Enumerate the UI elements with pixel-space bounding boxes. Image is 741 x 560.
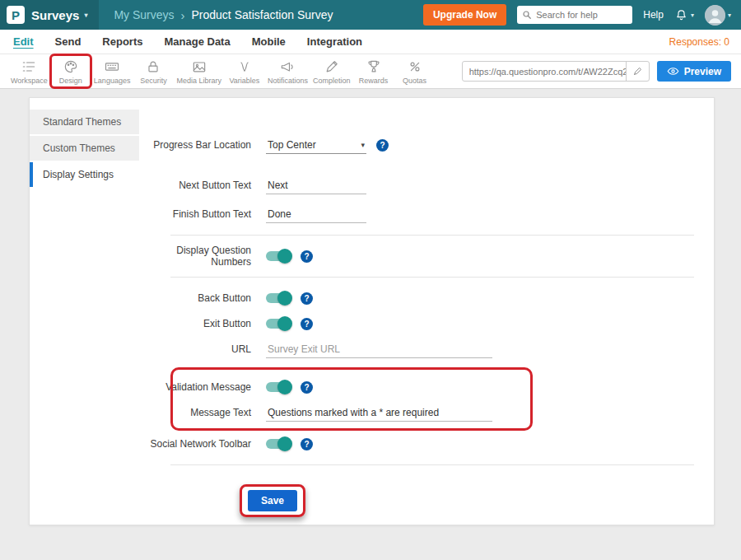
help-icon[interactable]: ? [301,292,313,305]
tool-design[interactable]: Design [50,58,91,85]
chevron-down-icon: ▾ [361,141,365,149]
chevron-down-icon: ▾ [691,12,694,19]
tool-rewards[interactable]: Rewards [353,58,394,85]
account-menu[interactable]: ▾ [705,5,731,26]
divider [170,235,694,236]
save-button[interactable]: Save [248,490,297,511]
pencil-icon [632,66,643,77]
divider [170,277,694,278]
message-text-input[interactable] [266,404,492,422]
tab-edit[interactable]: Edit [13,35,34,48]
tool-workspace[interactable]: Workspace [8,58,50,85]
product-switcher[interactable]: Surveys ▾ [31,8,87,22]
tool-notifications[interactable]: Notifications [265,58,310,85]
lock-icon [145,58,161,75]
megaphone-icon [279,58,296,75]
sidebar-item-display-settings[interactable]: Display Settings [30,162,139,187]
toggle-knob [277,316,292,331]
survey-url-box[interactable]: https://qa.questionpro.com/t/AW22Zcq2J [462,61,650,82]
help-link[interactable]: Help [643,9,664,21]
tool-media-library[interactable]: Media Library [174,58,224,85]
upgrade-now-button[interactable]: Upgrade Now [423,4,506,26]
social-network-toolbar-row: Social Network Toolbar ? [139,433,704,455]
topbar: P Surveys ▾ My Surveys › Product Satisfa… [0,0,741,30]
breadcrumb-separator: › [181,8,185,22]
back-button-toggle[interactable] [266,293,291,303]
next-button-text-input[interactable] [266,177,366,194]
logo-letter: P [12,8,20,22]
help-icon[interactable]: ? [301,318,313,330]
display-settings-form: Progress Bar Location Top Center ▾ ? Nex… [139,98,714,525]
next-button-text-row: Next Button Text [139,175,704,196]
exit-url-input[interactable] [266,341,492,358]
exit-button-row: Exit Button ? [139,313,704,334]
breadcrumb-my-surveys[interactable]: My Surveys [114,8,174,21]
tab-mobile[interactable]: Mobile [252,35,286,48]
search-icon [522,10,532,20]
help-icon[interactable]: ? [376,139,389,152]
user-icon [705,5,725,26]
tool-security[interactable]: Security [133,58,174,85]
validation-message-toggle[interactable] [266,382,291,392]
display-question-numbers-row: Display Question Numbers ? [139,245,704,267]
search-input[interactable] [536,10,627,20]
tool-completion[interactable]: Completion [310,58,353,85]
help-icon[interactable]: ? [301,381,313,394]
tool-languages[interactable]: Languages [91,58,133,85]
tab-manage-data[interactable]: Manage Data [164,35,230,48]
questionpro-logo[interactable]: P [7,6,25,24]
field-label: Next Button Text [139,180,266,191]
themes-sidebar: Standard Themes Custom Themes Display Se… [30,98,139,525]
topbar-left: P Surveys ▾ [0,0,99,30]
finish-button-text-input[interactable] [266,206,366,223]
survey-title: Product Satisfaction Survey [192,8,333,21]
tool-quotas[interactable]: Quotas [394,58,436,85]
product-label: Surveys [31,8,79,22]
field-label: Validation Message [139,381,266,393]
exit-button-toggle[interactable] [266,319,291,329]
tab-reports[interactable]: Reports [102,35,142,48]
preview-button[interactable]: Preview [657,61,731,82]
bell-icon [674,8,688,22]
toggle-knob [277,380,292,394]
design-palette-icon [63,58,79,75]
edit-url-button[interactable] [626,62,649,81]
tool-variables[interactable]: Variables [224,58,265,85]
field-label: Progress Bar Location [139,139,266,151]
avatar [705,5,725,26]
help-icon[interactable]: ? [301,250,313,263]
variables-icon [236,58,253,75]
validation-message-group: Validation Message ? Message Text [139,371,704,428]
help-search-box[interactable] [517,6,632,24]
display-question-numbers-toggle[interactable] [266,251,291,261]
design-toolbar: Workspace Design Languages Security Medi… [0,54,741,89]
display-settings-card: Standard Themes Custom Themes Display Se… [29,97,715,525]
image-icon [191,58,207,75]
workspace-icon [21,58,37,75]
sidebar-item-custom-themes[interactable]: Custom Themes [30,136,139,161]
survey-url[interactable]: https://qa.questionpro.com/t/AW22Zcq2J [463,67,626,77]
survey-nav: Edit Send Reports Manage Data Mobile Int… [0,30,741,54]
sidebar-item-standard-themes[interactable]: Standard Themes [30,110,139,134]
eye-icon [667,66,679,77]
keyboard-icon [104,58,120,75]
toggle-knob [277,249,292,264]
annotation-box-save: Save [240,484,305,517]
responses-count: Responses: 0 [669,36,741,48]
help-icon[interactable]: ? [301,438,313,450]
divider [170,464,694,465]
tab-integration[interactable]: Integration [307,35,362,48]
field-label: Exit Button [139,318,266,329]
trophy-icon [366,58,382,75]
field-label: Social Network Toolbar [139,438,266,450]
social-network-toolbar-toggle[interactable] [266,439,291,449]
field-label: Display Question Numbers [139,245,266,268]
progress-bar-location-select[interactable]: Top Center ▾ [266,137,366,154]
topbar-right: Upgrade Now Help ▾ ▾ [423,4,741,26]
tab-send[interactable]: Send [55,35,82,48]
selected-value: Top Center [268,139,316,151]
app-root: P Surveys ▾ My Surveys › Product Satisfa… [0,0,741,525]
field-label: Back Button [139,292,266,304]
notifications-menu[interactable]: ▾ [674,8,694,22]
pencil-icon [324,58,340,75]
